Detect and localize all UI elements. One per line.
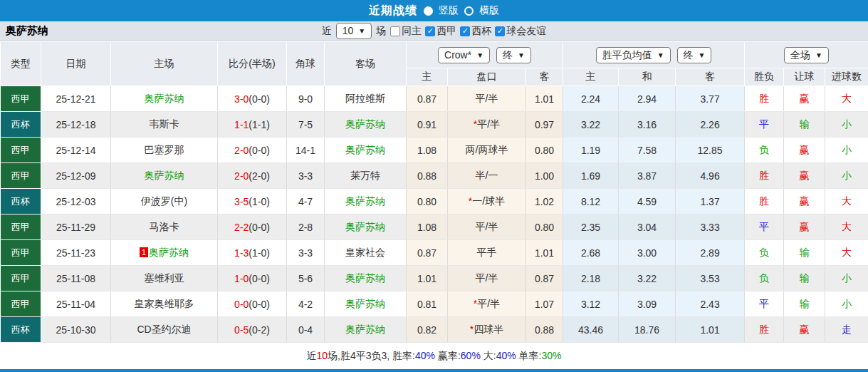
col-header-handicap: 盘口 <box>448 68 526 86</box>
cell-corners: 3-3 <box>287 163 325 189</box>
fulltime-score: 2-0 <box>234 170 249 182</box>
summary-bar: 近10场,胜4平3负3, 胜率:40% 赢率:60% 大:40% 单率:30% <box>0 343 868 369</box>
team-title: 奥萨苏纳 <box>6 24 48 38</box>
handicap-text: 平/半 <box>477 298 500 309</box>
cell-mean-draw: 3.00 <box>619 240 676 266</box>
layout-radio-group: 竖版横版 <box>424 4 499 17</box>
cell-home-team: 韦斯卡 <box>111 112 218 138</box>
cell-mean-lose: 2.89 <box>676 240 745 266</box>
filter-bar: 奥萨苏纳 近 10 ▼ 场 同主✓西甲✓西杯✓球会友谊 <box>0 21 868 41</box>
home-team-name: 马洛卡 <box>150 221 179 232</box>
mean-state-select[interactable]: 终 ▼ <box>677 47 712 63</box>
col-header-mean-draw: 和 <box>619 68 676 86</box>
cell-mean-lose: 3.53 <box>676 266 745 291</box>
cell-league-type: 西甲 <box>1 266 41 291</box>
odds-group-header: Crow* ▼ 终 ▼ <box>407 42 563 68</box>
col-header-score: 比分(半场) <box>218 42 287 86</box>
cell-odds-away: 0.80 <box>526 215 563 240</box>
cell-odds-away: 1.01 <box>526 86 563 112</box>
filter-controls: 近 10 ▼ 场 同主✓西甲✓西杯✓球会友谊 <box>322 23 546 39</box>
near-label: 近 <box>322 25 332 38</box>
away-team-name: 奥萨苏纳 <box>345 298 385 309</box>
mean-type-value: 胜平负均值 <box>602 48 652 62</box>
cell-score: 2-0(2-0) <box>218 163 287 189</box>
checkbox[interactable]: ✓ <box>495 26 505 36</box>
cell-home-team: 马洛卡 <box>111 215 218 240</box>
cell-mean-lose: 4.96 <box>676 163 745 189</box>
cell-score: 3-0(0-0) <box>218 86 287 112</box>
cell-result: 平 <box>745 112 784 138</box>
cell-corners: 14-1 <box>287 138 325 163</box>
cell-league-type: 西甲 <box>1 163 41 189</box>
mean-state-value: 终 <box>684 48 694 62</box>
layout-radio-selected[interactable] <box>424 6 433 16</box>
filter-option: 同主 <box>390 25 422 38</box>
cell-home-team: 塞维利亚 <box>111 266 218 291</box>
mean-type-select[interactable]: 胜平负均值 ▼ <box>596 47 671 63</box>
cell-mean-draw: 3.87 <box>619 163 676 189</box>
odds-state-select[interactable]: 终 ▼ <box>496 47 531 63</box>
cell-mean-draw: 3.16 <box>619 112 676 138</box>
match-count-select[interactable]: 10 ▼ <box>336 23 372 39</box>
cell-handicap: 平手 <box>448 240 526 266</box>
cell-league-type: 西杯 <box>1 189 41 215</box>
cell-result: 胜 <box>745 163 784 189</box>
summary-segment: 40% <box>496 350 516 361</box>
next-section-bar <box>0 369 868 372</box>
odds-state-value: 终 <box>503 48 513 62</box>
cell-corners: 5-6 <box>287 266 325 291</box>
away-team-name: 奥萨苏纳 <box>345 272 385 284</box>
layout-radio-label: 横版 <box>479 4 499 17</box>
halftime-score: (0-0) <box>249 299 270 310</box>
checkbox[interactable] <box>390 26 400 36</box>
handicap-text: 平/半 <box>476 221 498 232</box>
cell-result: 平 <box>745 215 784 240</box>
match-row: 西甲25-11-29马洛卡2-2(0-0)2-8奥萨苏纳1.08平/半0.802… <box>1 215 868 240</box>
scope-select[interactable]: 全场 ▼ <box>784 47 829 63</box>
cell-corners: 2-8 <box>287 215 325 240</box>
checkbox[interactable]: ✓ <box>460 26 470 36</box>
cell-date: 25-12-09 <box>41 163 111 189</box>
summary-segment: 单率: <box>516 350 542 361</box>
summary-segment: 大: <box>481 350 496 361</box>
cell-date: 25-11-04 <box>41 291 111 317</box>
fulltime-score: 2-0 <box>234 145 249 156</box>
cell-league-type: 西甲 <box>1 86 41 112</box>
home-team-name: 奥萨苏纳 <box>145 170 184 181</box>
cell-handicap-result: 输 <box>784 240 825 266</box>
fulltime-score: 1-3 <box>234 247 249 259</box>
cell-date: 25-12-03 <box>41 189 111 215</box>
cell-date: 25-12-14 <box>41 138 111 163</box>
cell-odds-away: 0.87 <box>526 266 563 291</box>
cell-mean-lose: 1.37 <box>676 189 745 215</box>
filter-checkbox-group: 同主✓西甲✓西杯✓球会友谊 <box>390 25 546 38</box>
chevron-down-icon: ▼ <box>657 48 664 62</box>
cell-mean-lose: 2.43 <box>676 291 745 317</box>
handicap-text: 半/一 <box>476 170 498 181</box>
odds-company-select[interactable]: Crow* ▼ <box>438 47 490 63</box>
match-row: 西甲25-12-09奥萨苏纳2-0(2-0)3-3莱万特0.88半/一1.001… <box>1 163 868 189</box>
cell-odds-away: 0.80 <box>526 138 563 163</box>
chevron-down-icon: ▼ <box>476 48 483 62</box>
fulltime-score: 0-0 <box>234 299 249 310</box>
cell-handicap: *平/半 <box>448 112 526 138</box>
cell-odds-home: 0.80 <box>407 189 448 215</box>
cell-corners: 4-2 <box>287 291 325 317</box>
cell-handicap-result: 赢 <box>784 317 825 343</box>
col-header-away: 客场 <box>325 42 407 86</box>
layout-radio-unselected[interactable] <box>464 6 474 16</box>
col-header-corners: 角球 <box>287 42 325 86</box>
away-team-name: 奥萨苏纳 <box>345 221 385 232</box>
halftime-score: (0-0) <box>249 145 270 156</box>
red-card-badge: 1 <box>140 247 148 257</box>
home-team-name: CD圣约尔迪 <box>137 324 191 335</box>
cell-league-type: 西杯 <box>1 317 41 343</box>
col-header-odds-guest: 客 <box>526 68 563 86</box>
home-team-name: 韦斯卡 <box>150 118 179 130</box>
cell-league-type: 西甲 <box>1 138 41 163</box>
cell-odds-home: 1.01 <box>407 266 448 291</box>
cell-goals: 走 <box>825 317 868 343</box>
checkbox[interactable]: ✓ <box>425 26 435 36</box>
away-team-name: 奥萨苏纳 <box>345 195 385 207</box>
col-header-result: 胜负 <box>745 68 784 86</box>
